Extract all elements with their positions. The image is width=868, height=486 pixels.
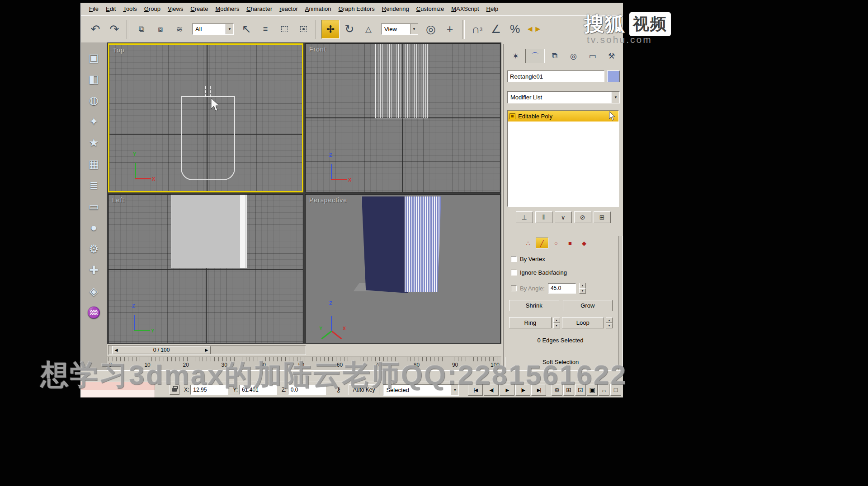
vertex-mode-icon[interactable]: ∴ xyxy=(522,238,534,248)
tab-hierarchy-icon[interactable]: ⧉ xyxy=(545,49,564,63)
unlink-selection-icon[interactable]: ⧈ xyxy=(151,20,170,39)
loop-spinner[interactable]: ▴▾ xyxy=(606,318,613,328)
angle-snap-icon[interactable]: ∠ xyxy=(487,20,505,39)
time-slider-track[interactable]: ◀ 0 / 100 ▶ xyxy=(108,345,306,355)
viewport-perspective-label[interactable]: Perspective xyxy=(309,196,347,204)
reactor-icon-01[interactable]: ▣ xyxy=(85,50,103,65)
menu-tools[interactable]: Tools xyxy=(119,4,140,14)
reactor-icon-13[interactable]: ♒ xyxy=(85,304,103,320)
chevron-down-icon[interactable]: ▼ xyxy=(612,92,619,103)
modifier-list-dropdown[interactable]: Modifier List ▼ xyxy=(507,91,620,103)
viewport-top[interactable]: Top Y X xyxy=(108,43,303,192)
redo-icon[interactable]: ↷ xyxy=(105,20,123,39)
reactor-icon-07[interactable]: ≣ xyxy=(85,177,103,193)
edge-mode-icon[interactable]: ╱ xyxy=(536,238,548,248)
spinner-up-icon[interactable]: ▴ xyxy=(606,318,613,323)
menu-group[interactable]: Group xyxy=(141,4,164,14)
tab-utilities-icon[interactable]: ⚒ xyxy=(602,49,621,63)
remove-modifier-icon[interactable]: ⊘ xyxy=(574,211,591,223)
by-angle-spinner[interactable]: ▴▾ xyxy=(579,283,586,294)
selection-filter-dropdown[interactable]: All ▼ xyxy=(192,23,234,35)
polygon-mode-icon[interactable]: ■ xyxy=(564,238,576,248)
viewport-front[interactable]: Front Z X xyxy=(305,43,500,192)
spinner-down-icon[interactable]: ▾ xyxy=(553,323,560,328)
menu-modifiers[interactable]: Modifiers xyxy=(212,4,243,14)
reactor-icon-02[interactable]: ◧ xyxy=(85,71,103,87)
box-wireframe[interactable] xyxy=(171,195,247,268)
reactor-icon-04[interactable]: ✦ xyxy=(85,113,103,129)
object-color-swatch[interactable] xyxy=(607,70,620,82)
tab-display-icon[interactable]: ▭ xyxy=(583,49,602,63)
modifier-stack[interactable]: Editable Poly xyxy=(507,110,619,207)
configure-modifier-sets-icon[interactable]: ⊞ xyxy=(594,211,611,223)
modifier-light-icon[interactable] xyxy=(509,113,515,119)
undo-icon[interactable]: ↶ xyxy=(86,20,104,39)
menu-animation[interactable]: Animation xyxy=(302,4,335,14)
ring-button[interactable]: Ring xyxy=(509,317,552,328)
tab-create-icon[interactable]: ✶ xyxy=(506,49,525,63)
loop-button[interactable]: Loop xyxy=(562,317,604,328)
chevron-down-icon[interactable]: ▼ xyxy=(410,24,418,34)
menu-reactor[interactable]: reactor xyxy=(276,4,301,14)
menu-views[interactable]: Views xyxy=(164,4,187,14)
reactor-icon-06[interactable]: ▦ xyxy=(85,156,103,172)
viewport-left[interactable]: Left Z Y xyxy=(108,194,303,343)
box-shaded-object[interactable] xyxy=(362,196,441,293)
by-angle-checkbox[interactable] xyxy=(511,285,517,291)
shrink-button[interactable]: Shrink xyxy=(509,300,559,311)
reactor-icon-11[interactable]: ✚ xyxy=(85,262,103,278)
mirror-icon[interactable]: ◄► xyxy=(525,20,543,39)
chevron-down-icon[interactable]: ▼ xyxy=(226,24,233,34)
select-and-manipulate-icon[interactable]: + xyxy=(441,20,459,39)
make-unique-icon[interactable]: ∨ xyxy=(555,211,572,223)
spinner-down-icon[interactable]: ▾ xyxy=(606,323,613,328)
reactor-icon-09[interactable]: ● xyxy=(85,220,103,235)
spinner-up-icon[interactable]: ▴ xyxy=(579,283,586,288)
reactor-icon-05[interactable]: ★ xyxy=(85,135,103,150)
ignore-backfacing-checkbox[interactable] xyxy=(511,270,517,276)
menu-maxscript[interactable]: MAXScript xyxy=(448,4,482,14)
grow-button[interactable]: Grow xyxy=(563,300,613,311)
viewport-front-label[interactable]: Front xyxy=(309,46,326,53)
time-slider-handle[interactable]: ◀ 0 / 100 ▶ xyxy=(112,346,211,354)
window-crossing-icon[interactable] xyxy=(294,20,312,39)
stack-row-editable-poly[interactable]: Editable Poly xyxy=(508,111,618,122)
select-object-icon[interactable]: ↖ xyxy=(237,20,255,39)
select-and-rotate-icon[interactable]: ↻ xyxy=(340,20,359,39)
menu-rendering[interactable]: Rendering xyxy=(378,4,413,14)
by-vertex-checkbox[interactable] xyxy=(511,256,517,262)
reference-coordsys-dropdown[interactable]: View ▼ xyxy=(381,23,418,35)
percent-snap-icon[interactable]: % xyxy=(506,20,524,39)
menu-file[interactable]: File xyxy=(85,4,102,14)
tab-motion-icon[interactable]: ◎ xyxy=(564,49,583,63)
next-frame-arrow-icon[interactable]: ▶ xyxy=(203,348,210,352)
by-angle-field[interactable] xyxy=(548,283,576,294)
viewport-left-label[interactable]: Left xyxy=(112,196,124,204)
element-mode-icon[interactable]: ◆ xyxy=(578,238,590,248)
menu-edit[interactable]: Edit xyxy=(102,4,119,14)
menu-character[interactable]: Character xyxy=(243,4,276,14)
show-end-result-icon[interactable]: ‖ xyxy=(535,211,552,223)
reactor-icon-03[interactable]: ◍ xyxy=(85,92,103,108)
rectangle-spline-wireframe[interactable] xyxy=(181,96,235,180)
box-wireframe[interactable] xyxy=(375,44,428,118)
prev-frame-arrow-icon[interactable]: ◀ xyxy=(113,348,120,352)
menu-help[interactable]: Help xyxy=(483,4,502,14)
border-mode-icon[interactable]: ○ xyxy=(550,238,562,248)
reactor-icon-08[interactable]: ▭ xyxy=(85,198,103,214)
spinner-up-icon[interactable]: ▴ xyxy=(553,318,560,323)
select-and-scale-icon[interactable]: △ xyxy=(359,20,377,39)
snap-toggle-3d-icon[interactable]: ∩3 xyxy=(468,20,486,39)
bind-to-spacewarp-icon[interactable]: ≋ xyxy=(170,20,189,39)
tab-modify-icon[interactable]: ⌒ xyxy=(525,49,545,63)
pin-stack-icon[interactable]: ⊥ xyxy=(516,211,533,223)
reactor-icon-10[interactable]: ⚙ xyxy=(85,241,103,257)
select-and-link-icon[interactable]: ⧉ xyxy=(132,20,151,39)
viewport-top-label[interactable]: Top xyxy=(113,47,125,54)
viewport-perspective[interactable]: Perspective Z X Y xyxy=(305,194,500,343)
use-center-icon[interactable]: ◎ xyxy=(422,20,440,39)
select-and-move-icon[interactable]: ✢ xyxy=(321,20,340,39)
ring-spinner[interactable]: ▴▾ xyxy=(553,318,560,328)
object-name-field[interactable] xyxy=(507,70,604,82)
menu-customize[interactable]: Customize xyxy=(413,4,448,14)
